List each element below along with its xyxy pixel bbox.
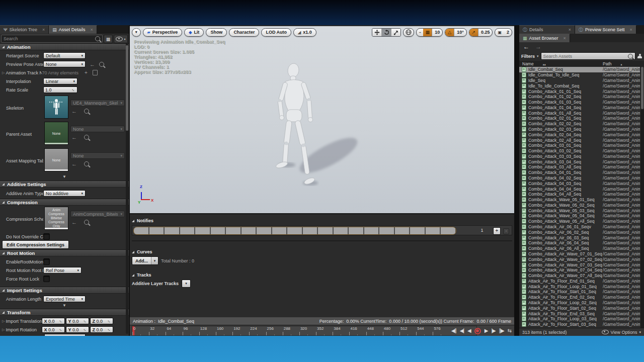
tab-skeleton-tree[interactable]: Ψ Skeleton Tree × [0,25,49,34]
translation-y-field[interactable]: Y 0.0↔ [66,318,89,324]
force-root-lock-checkbox[interactable] [43,276,50,282]
back-icon[interactable]: ← [523,44,529,50]
rotation-snap-icon[interactable]: △ [445,29,454,36]
asset-row[interactable]: Combo_Attack_04_04_Seq /Game/Sword_Anima [519,186,640,192]
play-button[interactable]: ▶ [485,326,488,336]
asset-row[interactable]: Combo_Attack_03_03_Seq /Game/Sword_Anima [519,154,640,159]
asset-row[interactable]: Attack_Air_To_Floor_End_02_Seq /Game/Swo… [519,295,640,300]
asset-row[interactable]: Combo_Attack_03_02_Seq /Game/Sword_Anima [519,148,640,154]
asset-row[interactable]: Attack_Air_To_Floor_Loop_02_Seq /Game/Sw… [519,300,640,306]
asset-row[interactable]: Combo_Attack_Air_06_01_Seqv /Game/Sword_… [519,224,640,230]
browse-icon[interactable] [84,135,89,140]
tab-asset-browser[interactable]: ▦ Asset Browser × [519,34,570,42]
tab-asset-details[interactable]: ▤ Asset Details × [49,25,97,34]
asset-row[interactable]: Combo_Attack_Air_Wave_07_All_Seq /Game/S… [519,273,640,279]
character-menu-button[interactable]: Character [229,28,259,37]
asset-row[interactable]: Attack_Air_To_Floor_Loop_01_Seq /Game/Sw… [519,284,640,289]
override-checkbox[interactable] [43,233,50,240]
viewport-options-button[interactable]: ▾ [132,28,141,37]
rotation-y-field[interactable]: Y 0.0↔ [66,326,89,333]
chevron-down-icon[interactable]: ▾ [151,257,158,264]
asset-row[interactable]: Attack_Air_To_Floor_Loop_03_Seq /Game/Sw… [519,316,640,322]
edit-compression-button[interactable]: Edit Compression Settings [2,240,69,249]
retarget-source-dropdown[interactable]: Default▾ [43,52,86,59]
additive-anim-type-dropdown[interactable]: No additive▾ [43,190,86,197]
rotation-z-field[interactable]: Z 0.0↔ [90,326,113,333]
asset-row[interactable]: Combo_Attack_Air_06_All_Seq /Game/Sword_… [519,246,640,251]
section-animation[interactable]: Animation [0,43,129,50]
view-options-button[interactable]: View Options ▾ [602,330,641,335]
section-expander[interactable]: ▼ [0,174,129,179]
lit-mode-button[interactable]: ◆Lit [184,28,204,37]
play-reverse-button[interactable]: ◀ [467,326,471,336]
forward-icon[interactable]: → [535,44,541,50]
asset-row[interactable]: Attack_Air_To_Floor_Start_01_Seq /Game/S… [519,289,640,295]
timeline-ruler[interactable]: 0326496128160192224256288320352384416448… [132,326,477,336]
asset-row[interactable]: Idle_Combat_To_Idle_Seq /Game/Sword_Anim… [519,72,640,78]
asset-list-scrollbar[interactable] [640,67,644,328]
use-selected-icon[interactable]: ← [90,62,95,67]
expand-icon[interactable]: ▷ [0,319,5,323]
person-icon[interactable] [637,54,642,59]
step-forward-button[interactable]: |▶ [491,326,495,336]
asset-search-input[interactable] [541,54,628,59]
asset-row[interactable]: Combo_Attack_01_04_Seq /Game/Sword_Anima [519,105,640,110]
interpolation-dropdown[interactable]: Linear▾ [43,78,77,84]
use-selected-icon[interactable]: ← [71,109,77,114]
add-curve-button[interactable]: Add... ▾ [132,256,158,265]
asset-row[interactable]: Combo_Attack_Air_06_04_Seq /Game/Sword_A… [519,240,640,246]
notifies-header[interactable]: Notifies [132,218,153,223]
skeleton-thumbnail[interactable] [44,96,68,119]
filters-button[interactable]: Filters [521,54,535,59]
asset-search-box[interactable] [541,52,635,60]
asset-row[interactable]: Combo_Attack_01_02_Seq /Game/Sword_Anima [519,94,640,100]
root-lock-dropdown[interactable]: Ref Pose▾ [43,267,82,274]
use-selected-icon[interactable]: ← [71,135,77,140]
asset-row[interactable]: Combo_Attack_Air_Wave_07_01_Seq /Game/Sw… [519,251,640,257]
asset-row[interactable]: Combo_Attack_Air_Wave_07_03_Seq /Game/Sw… [519,262,640,267]
asset-row[interactable]: Combo_Attack_Wave_05_All_Seq /Game/Sword… [519,219,640,224]
details-search-input[interactable] [2,36,95,41]
tab-details[interactable]: ⓘ Details × [519,25,575,34]
preview-pose-dropdown[interactable]: None▾ [43,61,86,67]
loop-button[interactable]: ⇆ [508,326,511,336]
asset-row[interactable]: Attack_Air_To_Floor_Start_03_Seq /Game/S… [519,322,640,327]
show-menu-button[interactable]: Show [206,28,227,37]
camera-speed-value[interactable]: 2 [504,30,512,35]
asset-row[interactable]: Combo_Attack_Air_Wave_07_04_Seq /Game/Sw… [519,267,640,273]
section-expander[interactable]: ▼ [0,303,129,308]
camera-icon[interactable]: ▣ [495,30,504,35]
tab-preview-scene-settings[interactable]: ⓘ Preview Scene Sett × [575,25,636,34]
translation-z-field[interactable]: Z 0.0↔ [90,318,113,324]
screen-scale-button[interactable]: ◢x1.0 [293,28,316,37]
asset-row[interactable]: Combo_Attack_02_All_Seq /Game/Sword_Anim… [519,137,640,143]
left-panel-scrollbar[interactable] [126,43,128,334]
add-track-button[interactable]: + [493,227,501,235]
animation-length-dropdown[interactable]: Exported Time▾ [43,296,86,302]
browse-icon[interactable] [84,220,89,225]
visibility-button[interactable]: ▾ [114,35,128,43]
enable-root-motion-checkbox[interactable] [43,258,50,265]
compression-scheme-thumbnail[interactable]: Anim Compress Bitwise Compress Only [44,207,68,230]
expand-icon[interactable]: ▷ [0,328,5,332]
asset-row[interactable]: Attack_Air_To_Floor_Start_02_Seq /Game/S… [519,305,640,311]
move-tool-button[interactable] [372,29,382,36]
asset-row[interactable]: Combo_Attack_03_All_Seq /Game/Sword_Anim… [519,164,640,170]
go-to-front-button[interactable]: ◀|| [451,326,456,336]
asset-row[interactable]: Idle_To_Idle_Combat_Seq /Game/Sword_Anim… [519,83,640,88]
section-transform[interactable]: Transform [0,309,129,316]
scale-tool-button[interactable] [391,29,400,36]
asset-mapping-thumbnail[interactable]: None [44,148,68,171]
section-import-settings[interactable]: Import Settings [0,287,129,294]
use-selected-icon[interactable]: ← [71,161,77,166]
column-path[interactable]: Path▴ [598,61,622,66]
asset-row[interactable]: Idle_Combat_Seq /Game/Sword_Anima [519,67,640,72]
close-icon[interactable]: × [564,36,566,41]
asset-row[interactable]: Combo_Attack_Air_Wave_07_02_Seq /Game/Sw… [519,256,640,262]
asset-row[interactable]: Combo_Attack_02_04_Seq /Game/Sword_Anima [519,132,640,137]
use-selected-icon[interactable]: ← [71,220,77,225]
translation-x-field[interactable]: X 0.0↔ [42,318,65,324]
coordinate-space-button[interactable] [403,28,414,37]
section-root-motion[interactable]: Root Motion [0,249,129,256]
browse-icon[interactable] [99,62,104,67]
